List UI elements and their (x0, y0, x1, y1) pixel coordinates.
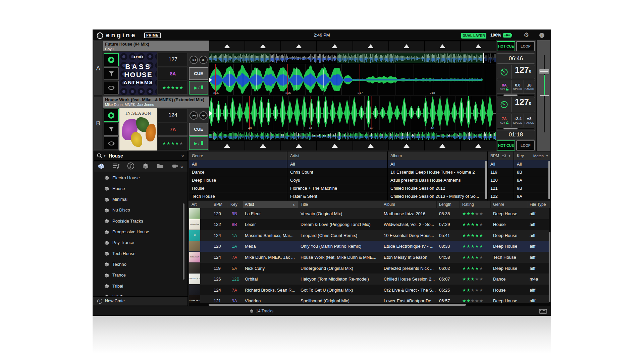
filter-item[interactable]: 9A (514, 192, 551, 200)
filter-item[interactable]: Tech House (189, 192, 287, 200)
filter-item[interactable]: 9B (514, 184, 551, 192)
column-header-length[interactable]: Length (437, 201, 460, 208)
search-bar[interactable]: ▼ House × (94, 152, 187, 161)
tab-music[interactable] (123, 162, 138, 171)
beat-jump-back-button[interactable]: |◀◀ (190, 111, 198, 120)
beat-jump-back-button[interactable]: |◀◀ (190, 56, 198, 64)
column-header-file-type[interactable]: File Type (527, 201, 551, 208)
filter-item[interactable]: Frater & Stent (287, 192, 388, 200)
column-header-rating[interactable]: Rating (460, 201, 491, 208)
table-row[interactable]: wildwechsel1228BLexerDream & Love (Pingp… (189, 219, 551, 230)
info-icon[interactable]: i (539, 33, 544, 38)
deck-a-filter-button[interactable] (104, 67, 119, 80)
table-vertical-scrollbar[interactable] (549, 208, 551, 303)
deck-b-play-button[interactable]: ▶/ (189, 136, 208, 150)
filter-item[interactable]: 8A (514, 176, 551, 184)
deck-b-loop-button[interactable]: LOOP (516, 140, 535, 150)
filter-item[interactable]: Florence + The Machine (287, 184, 388, 192)
deck-b-speed[interactable]: +2.4SPEED (512, 114, 524, 127)
table-row[interactable]: 1195ANick CurlyUnderground (Original Mix… (189, 263, 551, 274)
crate-item[interactable]: Techno (93, 259, 187, 269)
filter-item[interactable]: 120 (488, 176, 514, 184)
deck-a-loop-button[interactable]: LOOP (516, 41, 535, 51)
crate-item[interactable]: Trance (93, 270, 187, 281)
beat-jump-pad[interactable] (389, 41, 425, 52)
filter-item[interactable]: 122 (488, 192, 514, 200)
beat-jump-pad[interactable] (353, 141, 389, 150)
beat-jump-pad[interactable] (317, 41, 353, 52)
beat-jump-pad[interactable] (281, 141, 317, 150)
filter-header-album[interactable]: Album (388, 152, 488, 160)
deck-a-sync-icon[interactable] (497, 65, 512, 79)
beat-jump-pad[interactable] (317, 141, 353, 150)
pitch-fader-handle[interactable] (539, 69, 549, 74)
filter-header-extra[interactable]: ±3 (502, 154, 506, 158)
deck-b-range[interactable]: ±8RANGE (524, 114, 535, 127)
search-clear-icon[interactable]: × (181, 153, 184, 159)
deck-a-cue-button[interactable]: CUE (189, 67, 208, 80)
filter-item[interactable]: All (287, 160, 388, 168)
beat-jump-pad[interactable] (425, 41, 461, 52)
deck-b-sync-icon[interactable] (497, 97, 512, 112)
deck-a-main-waveform[interactable]: 215216217218 (209, 64, 496, 95)
deck-a-mini-slider[interactable] (497, 95, 534, 96)
beat-jump-pad[interactable] (245, 41, 281, 52)
deck-b-cue-button[interactable]: CUE (189, 123, 208, 136)
filter-header-artist[interactable]: Artist (287, 152, 388, 160)
crate-item[interactable]: Tech House (93, 248, 187, 259)
beat-jump-forward-button[interactable]: ▶▶| (199, 56, 208, 64)
deck-a-hot-cue-button[interactable]: HOT CUE (497, 41, 515, 51)
filter-item[interactable]: Chilled House Session 2013 - Ministry of… (388, 192, 488, 200)
filter-item[interactable]: Coyu (287, 176, 388, 184)
crate-item[interactable]: Minimal (93, 194, 187, 205)
chevron-down-icon[interactable]: ▼ (546, 155, 548, 158)
beat-jump-pad[interactable] (281, 41, 317, 52)
column-header-bpm[interactable]: BPM (211, 201, 228, 208)
deck-b-hot-cue-button[interactable]: HOT CUE (497, 140, 515, 150)
filter-item[interactable]: All (514, 160, 551, 168)
deck-b-overview-waveform[interactable] (209, 131, 496, 140)
filter-header-extra[interactable]: Match (533, 154, 544, 158)
deck-b-loop-mode-button[interactable] (104, 136, 119, 150)
crate-item[interactable]: Electro House (93, 172, 187, 183)
column-header-key[interactable]: Key (228, 201, 243, 208)
filter-scrollbar-key[interactable] (548, 161, 550, 199)
filter-header-bpm[interactable]: BPM±3▼ (488, 152, 514, 160)
filter-item[interactable]: 8B (514, 168, 551, 176)
crate-item[interactable]: Progressive House (93, 227, 187, 237)
tab-crates[interactable] (94, 162, 109, 171)
beat-jump-pad[interactable] (353, 41, 389, 52)
crate-list-scrollbar[interactable] (183, 203, 184, 280)
beat-jump-pad[interactable] (245, 141, 281, 150)
tab-folders[interactable] (153, 162, 168, 171)
table-row[interactable]: 1201AMedaOnly You (Martin Patino Remix)E… (189, 241, 551, 252)
table-row[interactable]: 101241AMassimo Santucci, Mar...Leopard (… (189, 230, 551, 241)
beat-jump-forward-button[interactable]: ▶▶| (199, 111, 208, 120)
column-header-genre[interactable]: Genre (491, 201, 527, 208)
column-header-artist[interactable]: Artist▲ (243, 201, 298, 208)
column-header-album[interactable]: Album (381, 201, 437, 208)
deck-a-range[interactable]: ±8RANGE (524, 80, 535, 94)
deck-b-key-lock[interactable]: 7AKEY (497, 114, 512, 127)
filter-scrollbar-album[interactable] (485, 161, 487, 199)
deck-a-loop-mode-button[interactable] (104, 81, 119, 95)
tab-packs[interactable] (138, 162, 153, 171)
deck-b-main-waveform[interactable]: 40414243 (209, 96, 496, 130)
table-row[interactable]: CHILLED HOUSE12612BOrbitalHalcyon (Tom M… (189, 274, 551, 285)
filter-header-genre[interactable]: Genre (189, 152, 287, 160)
filter-header-key[interactable]: KeyMatch▼ (514, 152, 551, 160)
settings-gear-icon[interactable]: ⚙ (524, 31, 529, 39)
crate-item[interactable]: Tribal (93, 281, 187, 291)
search-dropdown-arrow[interactable]: ▼ (103, 155, 106, 158)
filter-item[interactable]: Chris Count (287, 168, 388, 176)
deck-b-hotcue-mode-button[interactable] (104, 109, 119, 122)
chevron-down-icon[interactable]: ▼ (508, 155, 511, 158)
table-row[interactable]: IN:SEASON1247AMike Dunn, MNEK, Jax ...Ho… (189, 252, 551, 263)
crate-item[interactable]: House (93, 183, 187, 194)
crate-item[interactable]: Poolside Tracks (93, 216, 187, 226)
filter-item[interactable]: All (488, 160, 514, 168)
table-row[interactable]: 1247ARichard Brooks, Sean R...Got To Get… (189, 285, 551, 296)
column-header-title[interactable]: Title (298, 201, 381, 208)
deck-a-play-button[interactable]: ▶/ (189, 81, 208, 95)
filter-item[interactable]: House (189, 184, 287, 192)
